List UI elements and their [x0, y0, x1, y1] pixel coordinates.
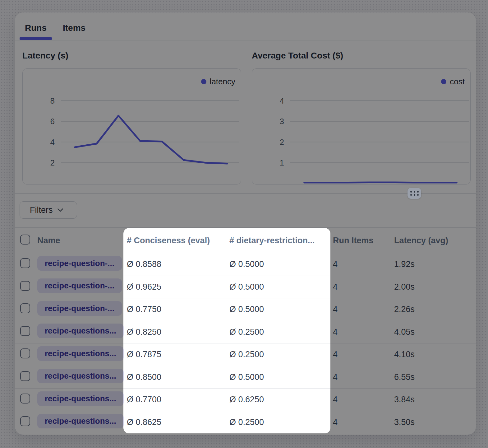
cost-legend-dot-icon — [441, 79, 446, 84]
active-tab-indicator — [20, 37, 52, 40]
run-items-cell: 4 — [333, 395, 394, 404]
column-header-dietary-restriction[interactable]: # dietary-restriction... — [229, 236, 333, 245]
row-checkbox[interactable] — [20, 326, 30, 336]
dietary-cell: Ø 0.6250 — [229, 395, 333, 404]
run-items-cell: 4 — [333, 259, 394, 269]
latency-chart-legend: latency — [201, 77, 235, 86]
table-top-divider — [15, 227, 476, 228]
svg-text:2: 2 — [280, 138, 284, 147]
conciseness-cell: Ø 0.7875 — [127, 350, 229, 359]
run-items-cell: 4 — [333, 327, 394, 337]
select-all-checkbox[interactable] — [20, 235, 30, 245]
runs-table: Name # Conciseness (eval) # dietary-rest… — [15, 228, 476, 433]
chevron-down-icon — [57, 208, 63, 212]
latency-chart-panel: 8642 latency — [22, 68, 241, 184]
table-row[interactable]: recipe-questions... Ø 0.8625 Ø 0.2500 4 … — [15, 411, 476, 434]
conciseness-cell: Ø 0.8625 — [127, 418, 229, 427]
filters-button[interactable]: Filters — [20, 201, 77, 219]
main-panel: Runs Items Latency (s) Average Total Cos… — [15, 12, 476, 435]
latency-cell: 3.84s — [394, 395, 476, 404]
dietary-cell: Ø 0.5000 — [229, 259, 333, 269]
run-name-badge[interactable]: recipe-question-... — [37, 278, 122, 293]
column-header-run-items[interactable]: Run Items — [333, 236, 394, 245]
dietary-cell: Ø 0.2500 — [229, 418, 333, 427]
drag-handle[interactable] — [407, 188, 421, 199]
table-row[interactable]: recipe-questions... Ø 0.7700 Ø 0.6250 4 … — [15, 388, 476, 411]
dietary-cell: Ø 0.2500 — [229, 350, 333, 359]
tabbar-divider — [15, 40, 476, 40]
svg-text:8: 8 — [50, 96, 55, 105]
table-row[interactable]: recipe-questions... Ø 0.8500 Ø 0.5000 4 … — [15, 366, 476, 389]
conciseness-cell: Ø 0.8588 — [127, 259, 229, 269]
tab-items[interactable]: Items — [58, 16, 91, 40]
row-checkbox[interactable] — [20, 281, 30, 291]
svg-text:6: 6 — [50, 117, 55, 126]
row-checkbox[interactable] — [20, 348, 30, 358]
conciseness-cell: Ø 0.9625 — [127, 282, 229, 292]
run-name-badge[interactable]: recipe-questions... — [37, 346, 124, 361]
svg-text:4: 4 — [280, 96, 284, 105]
cost-chart-legend: cost — [441, 77, 465, 86]
dietary-cell: Ø 0.5000 — [229, 282, 333, 292]
latency-chart-title: Latency (s) — [22, 50, 68, 61]
dietary-cell: Ø 0.5000 — [229, 372, 333, 382]
cost-legend-label: cost — [450, 77, 465, 86]
tab-bar: Runs Items — [20, 16, 91, 40]
svg-text:2: 2 — [50, 158, 55, 167]
row-checkbox[interactable] — [20, 303, 30, 313]
latency-cell: 2.26s — [394, 305, 476, 314]
grip-dots-icon — [410, 191, 419, 196]
latency-cell: 3.50s — [394, 418, 476, 427]
svg-text:4: 4 — [50, 138, 55, 147]
table-row[interactable]: recipe-questions... Ø 0.7875 Ø 0.2500 4 … — [15, 343, 476, 366]
tab-runs-label: Runs — [25, 23, 47, 33]
run-name-badge[interactable]: recipe-questions... — [37, 369, 124, 383]
conciseness-cell: Ø 0.7700 — [127, 395, 229, 404]
table-row[interactable]: recipe-question-... Ø 0.8588 Ø 0.5000 4 … — [15, 253, 476, 276]
dietary-cell: Ø 0.2500 — [229, 327, 333, 337]
column-header-latency-avg[interactable]: Latency (avg) — [394, 236, 476, 245]
svg-text:1: 1 — [280, 158, 284, 167]
run-name-badge[interactable]: recipe-questions... — [37, 324, 124, 338]
latency-cell: 4.05s — [394, 327, 476, 337]
run-name-badge[interactable]: recipe-question-... — [37, 301, 122, 316]
run-items-cell: 4 — [333, 305, 394, 314]
table-row[interactable]: recipe-questions... Ø 0.8250 Ø 0.2500 4 … — [15, 321, 476, 343]
table-row[interactable]: recipe-question-... Ø 0.9625 Ø 0.5000 4 … — [15, 276, 476, 298]
conciseness-cell: Ø 0.8500 — [127, 372, 229, 382]
latency-cell: 4.10s — [394, 350, 476, 359]
cost-chart-title: Average Total Cost ($) — [252, 50, 343, 61]
run-items-cell: 4 — [333, 282, 394, 292]
latency-cell: 6.55s — [394, 372, 476, 382]
run-items-cell: 4 — [333, 350, 394, 359]
svg-text:3: 3 — [280, 117, 284, 126]
run-name-badge[interactable]: recipe-questions... — [37, 391, 124, 406]
page-background: Runs Items Latency (s) Average Total Cos… — [0, 0, 488, 448]
row-checkbox[interactable] — [20, 258, 30, 268]
latency-legend-dot-icon — [201, 79, 206, 84]
column-header-conciseness[interactable]: # Conciseness (eval) — [127, 236, 229, 245]
dietary-cell: Ø 0.5000 — [229, 305, 333, 314]
run-name-badge[interactable]: recipe-questions... — [37, 414, 124, 428]
tab-items-label: Items — [63, 23, 85, 33]
table-row[interactable]: recipe-question-... Ø 0.7750 Ø 0.5000 4 … — [15, 298, 476, 321]
conciseness-cell: Ø 0.7750 — [127, 305, 229, 314]
latency-legend-label: latency — [210, 77, 235, 86]
cost-line-chart: 4321 — [252, 69, 470, 184]
tab-runs[interactable]: Runs — [20, 16, 52, 40]
run-items-cell: 4 — [333, 418, 394, 427]
run-items-cell: 4 — [333, 372, 394, 382]
run-name-badge[interactable]: recipe-question-... — [37, 256, 122, 271]
row-checkbox[interactable] — [20, 416, 30, 426]
charts-divider — [15, 193, 476, 194]
conciseness-cell: Ø 0.8250 — [127, 327, 229, 337]
latency-cell: 2.00s — [394, 282, 476, 292]
row-checkbox[interactable] — [20, 394, 30, 404]
cost-chart-panel: 4321 cost — [252, 68, 471, 184]
column-header-name[interactable]: Name — [37, 236, 127, 245]
table-header-row: Name # Conciseness (eval) # dietary-rest… — [15, 228, 476, 253]
latency-cell: 1.92s — [394, 259, 476, 269]
row-checkbox[interactable] — [20, 371, 30, 381]
filters-button-label: Filters — [30, 205, 53, 215]
